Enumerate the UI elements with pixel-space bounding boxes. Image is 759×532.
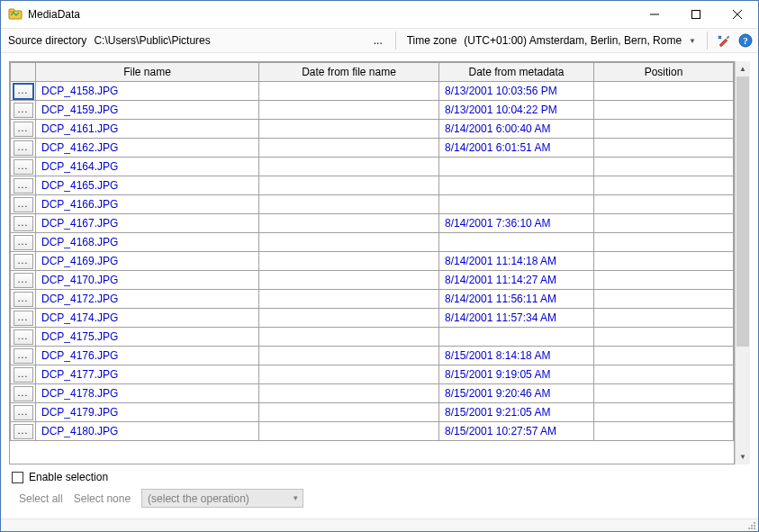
maximize-button[interactable] [675,1,717,28]
row-options-button[interactable]: ... [11,403,36,422]
timezone-dropdown-arrow[interactable]: ▼ [685,37,700,45]
cell-date-from-metadata[interactable]: 8/14/2001 11:56:11 AM [439,290,594,309]
cell-date-from-filename[interactable] [259,384,439,403]
cell-position[interactable] [594,309,734,328]
table-row[interactable]: ...DCP_4168.JPG [11,233,734,252]
cell-date-from-filename[interactable] [259,214,439,233]
table-row[interactable]: ...DCP_4169.JPG8/14/2001 11:14:18 AM [11,252,734,271]
table-row[interactable]: ...DCP_4177.JPG8/15/2001 9:19:05 AM [11,365,734,384]
cell-filename[interactable]: DCP_4177.JPG [36,365,259,384]
cell-date-from-filename[interactable] [259,403,439,422]
cell-filename[interactable]: DCP_4174.JPG [36,309,259,328]
row-options-button[interactable]: ... [11,176,36,195]
table-row[interactable]: ...DCP_4172.JPG8/14/2001 11:56:11 AM [11,290,734,309]
cell-date-from-filename[interactable] [259,233,439,252]
cell-position[interactable] [594,403,734,422]
cell-filename[interactable]: DCP_4158.JPG [36,82,259,101]
row-options-button[interactable]: ... [11,252,36,271]
row-options-button[interactable]: ... [11,309,36,328]
cell-date-from-filename[interactable] [259,271,439,290]
cell-date-from-metadata[interactable]: 8/14/2001 6:00:40 AM [439,120,594,139]
cell-date-from-filename[interactable] [259,139,439,158]
cell-position[interactable] [594,214,734,233]
scroll-down-arrow[interactable]: ▼ [736,449,750,464]
table-row[interactable]: ...DCP_4178.JPG8/15/2001 9:20:46 AM [11,384,734,403]
cell-filename[interactable]: DCP_4175.JPG [36,328,259,347]
row-options-button[interactable]: ... [11,120,36,139]
table-row[interactable]: ...DCP_4166.JPG [11,195,734,214]
cell-filename[interactable]: DCP_4169.JPG [36,252,259,271]
cell-position[interactable] [594,158,734,176]
col-header-date-from-filename[interactable]: Date from file name [259,63,439,82]
help-icon[interactable]: ? [736,32,754,50]
cell-date-from-filename[interactable] [259,290,439,309]
cell-date-from-filename[interactable] [259,158,439,176]
cell-date-from-metadata[interactable] [439,176,594,195]
table-row[interactable]: ...DCP_4175.JPG [11,328,734,347]
cell-date-from-metadata[interactable]: 8/14/2001 11:14:18 AM [439,252,594,271]
cell-position[interactable] [594,347,734,365]
cell-filename[interactable]: DCP_4161.JPG [36,120,259,139]
table-row[interactable]: ...DCP_4167.JPG8/14/2001 7:36:10 AM [11,214,734,233]
cell-filename[interactable]: DCP_4159.JPG [36,101,259,120]
row-options-button[interactable]: ... [11,214,36,233]
cell-filename[interactable]: DCP_4180.JPG [36,422,259,441]
cell-position[interactable] [594,384,734,403]
cell-position[interactable] [594,120,734,139]
cell-date-from-metadata[interactable] [439,328,594,347]
cell-position[interactable] [594,139,734,158]
row-options-button[interactable]: ... [11,290,36,309]
table-row[interactable]: ...DCP_4170.JPG8/14/2001 11:14:27 AM [11,271,734,290]
cell-date-from-filename[interactable] [259,347,439,365]
cell-date-from-filename[interactable] [259,195,439,214]
cell-position[interactable] [594,271,734,290]
cell-date-from-metadata[interactable]: 8/13/2001 10:04:22 PM [439,101,594,120]
cell-date-from-filename[interactable] [259,82,439,101]
table-row[interactable]: ...DCP_4159.JPG8/13/2001 10:04:22 PM [11,101,734,120]
col-header-date-from-metadata[interactable]: Date from metadata [439,63,594,82]
table-row[interactable]: ...DCP_4176.JPG8/15/2001 8:14:18 AM [11,347,734,365]
cell-filename[interactable]: DCP_4166.JPG [36,195,259,214]
cell-date-from-filename[interactable] [259,252,439,271]
table-row[interactable]: ...DCP_4180.JPG8/15/2001 10:27:57 AM [11,422,734,441]
table-row[interactable]: ...DCP_4161.JPG8/14/2001 6:00:40 AM [11,120,734,139]
cell-date-from-metadata[interactable]: 8/14/2001 11:57:34 AM [439,309,594,328]
cell-date-from-filename[interactable] [259,422,439,441]
cell-date-from-filename[interactable] [259,309,439,328]
row-options-button[interactable]: ... [11,422,36,441]
cell-filename[interactable]: DCP_4179.JPG [36,403,259,422]
cell-date-from-filename[interactable] [259,101,439,120]
cell-date-from-filename[interactable] [259,120,439,139]
table-row[interactable]: ...DCP_4162.JPG8/14/2001 6:01:51 AM [11,139,734,158]
cell-filename[interactable]: DCP_4172.JPG [36,290,259,309]
cell-date-from-metadata[interactable] [439,158,594,176]
cell-date-from-metadata[interactable] [439,195,594,214]
tools-icon[interactable] [715,32,733,50]
scroll-thumb[interactable] [736,77,749,347]
vertical-scrollbar[interactable]: ▲ ▼ [735,61,750,464]
row-options-button[interactable]: ... [11,347,36,365]
cell-date-from-metadata[interactable]: 8/15/2001 9:21:05 AM [439,403,594,422]
cell-position[interactable] [594,176,734,195]
cell-filename[interactable]: DCP_4170.JPG [36,271,259,290]
row-options-button[interactable]: ... [11,233,36,252]
row-options-button[interactable]: ... [11,158,36,176]
table-row[interactable]: ...DCP_4164.JPG [11,158,734,176]
cell-position[interactable] [594,290,734,309]
cell-filename[interactable]: DCP_4168.JPG [36,233,259,252]
cell-date-from-metadata[interactable]: 8/14/2001 6:01:51 AM [439,139,594,158]
cell-date-from-filename[interactable] [259,328,439,347]
col-header-row-button[interactable] [11,63,36,82]
cell-position[interactable] [594,195,734,214]
cell-filename[interactable]: DCP_4162.JPG [36,139,259,158]
row-options-button[interactable]: ... [11,328,36,347]
select-all-link[interactable]: Select all [19,492,63,505]
cell-date-from-metadata[interactable]: 8/14/2001 11:14:27 AM [439,271,594,290]
cell-filename[interactable]: DCP_4165.JPG [36,176,259,195]
col-header-filename[interactable]: File name [36,63,259,82]
cell-date-from-metadata[interactable]: 8/14/2001 7:36:10 AM [439,214,594,233]
minimize-button[interactable] [634,1,675,28]
scroll-up-arrow[interactable]: ▲ [736,61,750,77]
enable-selection-checkbox[interactable] [12,472,23,483]
cell-filename[interactable]: DCP_4178.JPG [36,384,259,403]
